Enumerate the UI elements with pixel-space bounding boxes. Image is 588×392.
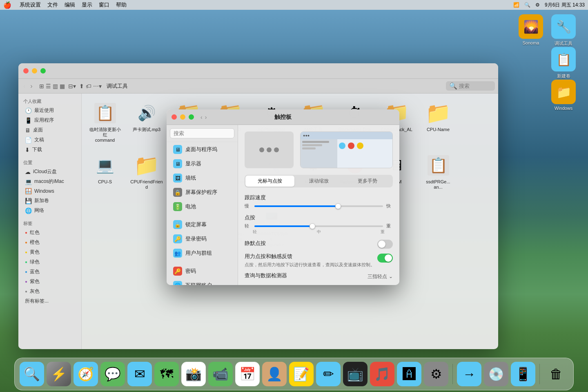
menu-window[interactable]: 窗口: [99, 1, 109, 9]
dock-photos[interactable]: 📸: [181, 362, 206, 386]
menu-edit[interactable]: 编辑: [65, 1, 75, 9]
menu-file[interactable]: 文件: [47, 1, 58, 9]
dock-calendar[interactable]: 📅: [235, 362, 260, 386]
maximize-button[interactable]: [40, 68, 46, 74]
file-icon-mp3[interactable]: 🔊 声卡测试.mp3: [128, 98, 165, 146]
minimize-button[interactable]: [32, 68, 37, 74]
pref-item-display[interactable]: 🖥 显示器: [168, 157, 236, 171]
menubar-control-center-icon[interactable]: ⚙: [535, 2, 540, 8]
pref-item-wallpaper[interactable]: 🖼 墙纸: [168, 171, 236, 185]
dock-notes[interactable]: 📝: [289, 362, 314, 386]
click-slider[interactable]: [254, 225, 383, 227]
sidebar-item-downloads[interactable]: ⬇下载: [20, 145, 80, 154]
sidebar-item-new-vol[interactable]: 💾新加卷: [20, 196, 80, 205]
dock-mail[interactable]: ✉: [127, 362, 152, 386]
dock-diskutility[interactable]: 💿: [484, 362, 508, 386]
tab-cursor-click[interactable]: 光标与点按: [245, 176, 294, 187]
dock-finder[interactable]: 🔍: [20, 362, 44, 386]
ssdtprg-label: ssdtPRGe...an...: [426, 179, 450, 190]
dock-iphone-mirror[interactable]: 📱: [511, 362, 535, 386]
file-icon-temp-clean[interactable]: 📋 临时清除更新小红command: [87, 98, 123, 146]
sidebar-item-tag-blue[interactable]: ●蓝色: [20, 267, 80, 276]
menu-display[interactable]: 显示: [82, 1, 92, 9]
sidebar-item-recents[interactable]: 🕐最近使用: [20, 106, 80, 115]
desktop-icon-new-vol[interactable]: 📋 新建卷: [547, 47, 580, 79]
trash-icon: 🗑: [550, 367, 563, 382]
sidebar-item-tag-all[interactable]: 所有标签...: [20, 296, 80, 306]
menu-system-prefs[interactable]: 系统设置: [20, 1, 41, 9]
pref-item-lock-screen[interactable]: 🔒 锁定屏幕: [168, 218, 236, 232]
sidebar-item-tag-gray[interactable]: ●灰色: [20, 287, 80, 296]
silent-click-toggle[interactable]: [377, 240, 393, 249]
sidebar-item-tag-orange[interactable]: ●橙色: [20, 238, 80, 247]
sidebar-item-apps[interactable]: 📱应用程序: [20, 116, 80, 125]
syspref-back-button[interactable]: ‹: [200, 114, 203, 120]
pref-item-internet[interactable]: 🌐 互联网账户: [168, 278, 236, 285]
pref-item-login[interactable]: 🔑 登录密码: [168, 232, 236, 246]
dock-launchpad[interactable]: ⚡: [47, 362, 71, 386]
desktop-icon-debug[interactable]: 🔧 调试工具: [547, 14, 580, 47]
dock-facetime[interactable]: 📹: [208, 362, 233, 386]
syspref-minimize-button[interactable]: [180, 114, 185, 120]
file-icon-cpuname[interactable]: 📁 CPU-Name: [420, 98, 457, 146]
dock-trash[interactable]: 🗑: [544, 362, 568, 386]
dock-migrate[interactable]: →: [457, 362, 481, 386]
back-button[interactable]: ‹: [22, 82, 27, 91]
syspref-maximize-button[interactable]: [189, 114, 194, 120]
pref-item-battery[interactable]: 🔋 电池: [168, 200, 236, 214]
force-click-label: 用力点按和触感反馈: [245, 253, 375, 260]
sidebar-item-windows[interactable]: 🪟Windows: [20, 187, 80, 196]
menubar-wifi-icon[interactable]: 📶: [513, 2, 519, 8]
share-icon[interactable]: ⬆: [79, 83, 84, 89]
view-icon-grid[interactable]: ⊞: [39, 83, 44, 89]
dock-safari[interactable]: 🧭: [74, 362, 98, 386]
file-icon-ssdtprg[interactable]: 📋 ssdtPRGe...an...: [420, 151, 457, 198]
pref-item-screensaver[interactable]: 🔒 屏幕保护程序: [168, 185, 236, 199]
forward-button[interactable]: ›: [29, 82, 34, 91]
search-input[interactable]: [459, 83, 492, 89]
sidebar-item-tag-green[interactable]: ●绿色: [20, 257, 80, 267]
dock-freeform[interactable]: ✏: [316, 362, 341, 386]
dock-appstore[interactable]: 🅰: [397, 362, 421, 386]
syspref-close-button[interactable]: [172, 114, 177, 120]
dock-contacts[interactable]: 👤: [262, 362, 287, 386]
file-icon-cpufriend[interactable]: 📁 CPUFriendFriend: [128, 151, 165, 198]
sidebar-item-icloud[interactable]: ☁iCloud云盘: [20, 167, 80, 176]
sidebar-item-docs[interactable]: 📄文稿: [20, 135, 80, 145]
syspref-forward-button[interactable]: ›: [205, 114, 207, 120]
tracking-speed-slider[interactable]: [254, 205, 383, 207]
dock-music[interactable]: 🎵: [370, 362, 394, 386]
sidebar-item-imac[interactable]: 💻macos的iMac: [20, 177, 80, 186]
dock-appletv[interactable]: 📺: [343, 362, 368, 386]
desktop-icon-windows[interactable]: 📁 Windows: [547, 80, 580, 111]
sidebar-item-tag-red[interactable]: ●红色: [20, 228, 80, 237]
view-icon-gallery[interactable]: ▦: [60, 83, 65, 89]
menu-help[interactable]: 帮助: [116, 1, 127, 9]
pref-item-desktop-dock[interactable]: 🖥 桌面与程序坞: [168, 143, 236, 156]
close-button[interactable]: [23, 68, 29, 74]
more-icon[interactable]: ⋯▾: [93, 83, 102, 89]
dock-systemsettings[interactable]: ⚙: [424, 362, 448, 386]
sidebar-item-desktop[interactable]: 🖥桌面: [20, 125, 80, 135]
sidebar-item-tag-purple[interactable]: ●紫色: [20, 277, 80, 286]
lookup-value[interactable]: 三指轻点 ⌄: [368, 273, 393, 280]
desktop-icon-sonoma[interactable]: 🌄 Sonoma: [514, 14, 547, 45]
file-icon-cpus[interactable]: 💻 CPU-S: [87, 151, 123, 198]
pref-item-users[interactable]: 👥 用户与群组: [168, 246, 236, 260]
sort-icon[interactable]: ⊟▾: [68, 83, 76, 89]
force-click-toggle[interactable]: [377, 254, 393, 263]
pref-item-password[interactable]: 🔑 密码: [168, 264, 236, 278]
view-icon-columns[interactable]: ▥: [53, 83, 58, 89]
sidebar-item-network[interactable]: 🌐网络: [20, 206, 80, 215]
menubar-search-icon[interactable]: 🔍: [524, 2, 530, 8]
tab-more-gestures[interactable]: 更多手势: [343, 176, 392, 187]
lock-screen-label: 锁定屏幕: [185, 221, 207, 228]
apple-menu[interactable]: 🍎: [3, 1, 11, 9]
syspref-search-input[interactable]: [170, 128, 234, 138]
view-icon-list[interactable]: ☰: [46, 83, 51, 89]
tab-scroll-zoom[interactable]: 滚动缩放: [294, 176, 343, 187]
sidebar-item-tag-yellow[interactable]: ●黄色: [20, 247, 80, 257]
dock-maps[interactable]: 🗺: [154, 362, 179, 386]
tag-icon[interactable]: 🏷: [86, 83, 91, 89]
dock-messages[interactable]: 💬: [100, 362, 125, 386]
